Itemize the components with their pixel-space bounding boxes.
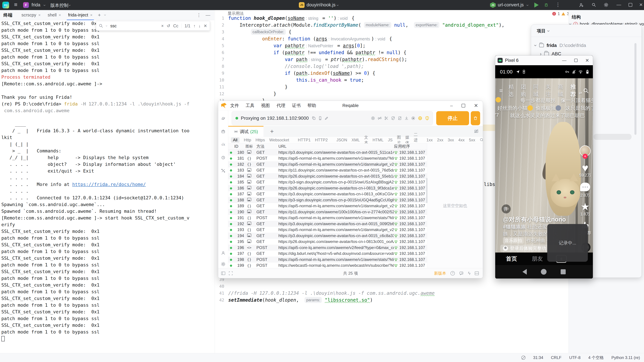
filter-2xx[interactable]: 2xx: [437, 138, 443, 142]
request-row[interactable]: 196 <> POST https://api5-core-lq.amemv.c…: [228, 245, 427, 251]
terminal-tab-scrscpy[interactable]: scrscpy×: [20, 10, 42, 20]
search-icon[interactable]: [592, 3, 596, 7]
code-line[interactable]: //console.log('load ',path);: [228, 63, 364, 70]
filter-HTML[interactable]: HTML: [372, 138, 384, 142]
request-row[interactable]: 188 GET https://p3-sign.douyinpic.com/to…: [228, 197, 427, 203]
record-icon[interactable]: [411, 116, 415, 120]
script-icon[interactable]: √x: [221, 142, 225, 147]
terminal-minimize-icon[interactable]: —: [206, 12, 210, 18]
filter-HTTP2[interactable]: HTTP2: [315, 138, 328, 142]
terminal-output[interactable]: SSL_CTX_set_custom_verify mode: 0x1patch…: [0, 20, 214, 353]
filter-All[interactable]: All: [231, 137, 240, 143]
indent-style[interactable]: 4 个空格: [588, 355, 604, 360]
menu-文件[interactable]: 文件: [230, 102, 239, 108]
more-actions-icon[interactable]: ⋮: [556, 2, 560, 8]
nav-tab-团购[interactable]: 团购: [521, 83, 528, 98]
request-row[interactable]: 194 GET https://p3.douyinpic.com/aweme-a…: [228, 233, 427, 239]
tab-dropdown-icon[interactable]: ›: [103, 14, 108, 16]
settings-gear-icon[interactable]: [604, 2, 608, 7]
filter-5xx[interactable]: 5xx: [469, 138, 475, 142]
request-row[interactable]: 193 {} GET https://api5-normal-m-lq.amem…: [228, 227, 427, 233]
author-handle[interactable]: @对所有小母猫说nono: [503, 216, 566, 224]
terminal-search-bar[interactable]: › ssc × ↺ Cc 1/1 ↑ ↓ ✕: [96, 21, 210, 31]
nav-tab-精选[interactable]: 精选: [508, 83, 515, 98]
feedback-icon[interactable]: [459, 271, 464, 276]
code-line[interactable]: function hook_dlopen(soName : string = '…: [228, 15, 354, 22]
code-line[interactable]: var pathptr : NativePointer = args[0];: [228, 42, 366, 49]
mock-off-icon[interactable]: [391, 116, 395, 120]
history-icon[interactable]: [221, 156, 226, 160]
menu-证书[interactable]: 证书: [292, 102, 301, 108]
tab-home[interactable]: 首页: [506, 255, 517, 262]
new-version-link[interactable]: 新版本: [434, 270, 446, 276]
code-line[interactable]: }: [228, 84, 288, 90]
search-icon[interactable]: [583, 88, 589, 94]
clear-trash-button[interactable]: [471, 111, 480, 125]
filter-search-icon[interactable]: [480, 138, 483, 142]
request-row[interactable]: 183 GET https://p11.douyinpic.com/aweme-…: [228, 167, 427, 173]
search-input[interactable]: ssc: [110, 24, 117, 28]
request-row[interactable]: 186 GET https://p26.douyinpic.com/aweme-…: [228, 185, 427, 191]
tree-hover-row[interactable]: [594, 134, 632, 140]
table-scrollbar[interactable]: [426, 178, 428, 203]
window-minimize-button[interactable]: —: [562, 58, 566, 63]
new-session-tab-button[interactable]: +: [270, 128, 274, 135]
window-maximize-button[interactable]: [574, 59, 578, 62]
globe-icon[interactable]: [418, 116, 422, 120]
request-row[interactable]: 199 {} POST https://webcast5-normal-lq.a…: [228, 262, 427, 268]
nav-tab-推荐[interactable]: 推荐: [570, 83, 578, 98]
nav-tab-商城[interactable]: 商城: [558, 83, 565, 98]
menu-工具[interactable]: 工具: [246, 102, 254, 108]
proxy-status-pill[interactable]: Proxying on 192.168.1.102:9000: [232, 111, 433, 125]
breakpoint-off-icon[interactable]: [378, 116, 382, 120]
code-line[interactable]: var path : string = ptr(pathptr).readCSt…: [228, 56, 407, 63]
archive-icon[interactable]: [221, 129, 226, 134]
vcs-menu[interactable]: 版本控制: [50, 2, 68, 8]
filter-1xx[interactable]: 1xx: [426, 138, 433, 142]
request-row[interactable]: 197 {} GET https://dig.bdurl.net/q?host=…: [228, 251, 427, 257]
download-icon[interactable]: [404, 116, 408, 120]
nav-tab-同城[interactable]: 同城: [533, 83, 540, 98]
request-row[interactable]: 198 {} POST https://api5-normal-m-lq.ame…: [228, 256, 427, 262]
code-line[interactable]: setImmediate(hook_dlopen, params: "libss…: [228, 296, 373, 304]
request-row[interactable]: 190 GET https://p11.douyinpic.com/aweme/…: [228, 209, 427, 215]
layout-icon[interactable]: [475, 272, 479, 275]
project-name[interactable]: frida: [32, 2, 40, 8]
close-search-icon[interactable]: ✕: [204, 24, 207, 28]
request-row[interactable]: 180 GET https://p3.douyinpic.com/aweme-a…: [228, 150, 427, 156]
close-tab-icon[interactable]: ×: [90, 13, 92, 18]
nav-back-button[interactable]: [522, 269, 527, 275]
caret-position[interactable]: 31:34: [533, 355, 543, 360]
window-close-button[interactable]: ✕: [474, 102, 478, 108]
debug-button[interactable]: [544, 3, 548, 7]
no-screenshot-icon[interactable]: [474, 129, 478, 133]
nav-recents-button[interactable]: [561, 269, 566, 274]
code-line[interactable]: this.is_can_hook = true;: [228, 77, 364, 84]
bolt-icon[interactable]: ϟ: [468, 270, 470, 276]
code-line[interactable]: }: [228, 90, 276, 97]
nav-home-button[interactable]: [541, 269, 546, 275]
run-config-name[interactable]: url-convert.js: [498, 2, 524, 8]
terminal-tab-frida-inject[interactable]: frida-inject×: [67, 10, 94, 20]
clear-search-icon[interactable]: ×: [161, 24, 164, 28]
code-line[interactable]: if (pathptr !== undefined && pathptr != …: [228, 49, 406, 56]
request-row[interactable]: 184 GET https://p26.douyinpic.com/aweme-…: [228, 173, 427, 179]
filter-3xx[interactable]: 3xx: [448, 138, 454, 142]
prev-match-icon[interactable]: ↑: [193, 24, 196, 28]
stop-button[interactable]: 停止: [436, 111, 469, 125]
match-case-toggle[interactable]: Cc: [173, 24, 178, 28]
danmaku-toggle-badge[interactable]: 弹/: [502, 204, 511, 214]
help-icon[interactable]: ?: [450, 271, 455, 276]
request-row[interactable]: 185 GET https://p3-sign.douyinpic.com/to…: [228, 179, 427, 185]
session-tab-debug[interactable]: 调试(25): [228, 126, 264, 137]
favorite-icon[interactable]: ★: [580, 202, 590, 212]
code-line[interactable]: if (path.indexOf(soName) >= 0) {: [228, 70, 375, 77]
tree-item-frida[interactable]: › frida D:\code\frida: [535, 43, 586, 48]
window-minimize-button[interactable]: –: [450, 103, 453, 108]
hamburger-icon[interactable]: ≡: [499, 87, 503, 94]
inspections-widget[interactable]: !1 3 ✓4 ∨ ∧: [552, 12, 568, 16]
tools-icon[interactable]: [221, 168, 226, 173]
request-row[interactable]: 191 {} POST https://api5-normal-m-lq.ame…: [228, 215, 427, 221]
code-line[interactable]: //frida -H 127.0.0.1:1234 -l .\douyin\ho…: [228, 290, 435, 296]
request-row[interactable]: 181 {} POST https://api5-normal-m-lq.ame…: [228, 156, 427, 162]
